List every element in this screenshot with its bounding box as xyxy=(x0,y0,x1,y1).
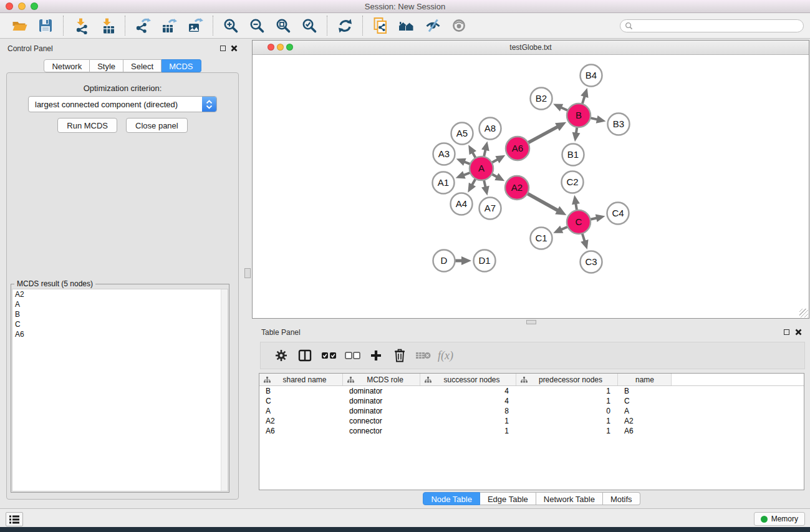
graph-node-C1[interactable]: C1 xyxy=(531,228,552,249)
tab-edge-table[interactable]: Edge Table xyxy=(480,492,536,505)
graph-node-B2[interactable]: B2 xyxy=(531,88,552,110)
horizontal-divider-grip[interactable] xyxy=(526,320,536,324)
float-table-panel-icon[interactable] xyxy=(784,329,789,335)
table-row[interactable]: Bdominator41B xyxy=(259,386,804,396)
graph-node-B1[interactable]: B1 xyxy=(562,144,584,166)
show-column-button[interactable] xyxy=(293,344,317,367)
memory-label: Memory xyxy=(771,515,798,523)
search-field[interactable] xyxy=(620,19,804,32)
hide-panels-button[interactable] xyxy=(420,14,446,37)
result-item[interactable]: A6 xyxy=(12,329,228,339)
new-network-from-selection-button[interactable] xyxy=(367,14,393,37)
task-history-button[interactable] xyxy=(6,512,23,526)
edge-A2-C[interactable] xyxy=(526,193,558,210)
network-graph[interactable]: B4B2BB3A5A8A6B1A3AC2A1A2A4A7C4CC1C3DD1 xyxy=(253,55,809,318)
close-table-panel-icon[interactable] xyxy=(795,329,802,336)
result-item[interactable]: B xyxy=(12,309,228,319)
search-input[interactable] xyxy=(633,21,803,31)
tab-motifs[interactable]: Motifs xyxy=(603,492,640,505)
graph-node-A8[interactable]: A8 xyxy=(480,118,501,140)
graph-node-B[interactable]: B xyxy=(567,104,591,127)
zoom-selected-button[interactable] xyxy=(296,14,322,37)
table-row[interactable]: A2connector11A2 xyxy=(259,416,804,426)
node-table[interactable]: shared nameMCDS rolesuccessor nodesprede… xyxy=(259,373,804,490)
optimization-select[interactable]: largest connected component (directed) xyxy=(28,96,217,112)
select-all-columns-button[interactable] xyxy=(317,344,340,367)
function-builder-button[interactable]: f(x) xyxy=(438,349,453,362)
zoom-fit-button[interactable] xyxy=(270,14,296,37)
resize-grip-icon[interactable] xyxy=(799,309,808,317)
graph-node-C3[interactable]: C3 xyxy=(581,251,602,273)
graph-node-C2[interactable]: C2 xyxy=(562,172,584,193)
graph-node-A3[interactable]: A3 xyxy=(433,143,455,165)
delete-column-button[interactable] xyxy=(388,344,412,367)
show-all-networks-button[interactable] xyxy=(393,14,420,37)
node-label: A4 xyxy=(456,198,467,209)
tab-network[interactable]: Network xyxy=(44,59,90,72)
run-mcds-button[interactable]: Run MCDS xyxy=(57,118,117,133)
memory-button[interactable]: Memory xyxy=(754,512,805,526)
show-panels-button[interactable] xyxy=(446,14,472,37)
graph-node-A5[interactable]: A5 xyxy=(451,123,473,145)
graph-node-A4[interactable]: A4 xyxy=(451,193,473,215)
node-label: A8 xyxy=(485,123,496,133)
import-table-button[interactable] xyxy=(94,14,120,37)
tab-select[interactable]: Select xyxy=(123,59,162,72)
table-cell: 1 xyxy=(420,417,516,425)
export-network-button[interactable] xyxy=(130,14,156,37)
graph-node-A2[interactable]: A2 xyxy=(505,176,529,200)
column-header-successor-nodes[interactable]: successor nodes xyxy=(420,374,516,385)
session-title: Session: New Session xyxy=(0,2,810,11)
network-canvas[interactable]: B4B2BB3A5A8A6B1A3AC2A1A2A4A7C4CC1C3DD1 xyxy=(253,55,809,318)
column-header-predecessor-nodes[interactable]: predecessor nodes xyxy=(516,374,618,385)
mcds-result-list[interactable]: A2ABCA6 xyxy=(12,289,228,491)
close-panel-button[interactable]: Close panel xyxy=(126,118,188,133)
result-item[interactable]: A2 xyxy=(12,289,228,299)
table-row[interactable]: A6connector11A6 xyxy=(259,426,804,436)
graph-node-C4[interactable]: C4 xyxy=(607,203,629,225)
main-toolbar xyxy=(0,13,810,39)
eye-icon xyxy=(451,17,467,34)
node-label: C1 xyxy=(535,233,547,243)
tab-style[interactable]: Style xyxy=(90,59,123,72)
open-session-button[interactable] xyxy=(6,14,32,37)
export-table-button[interactable] xyxy=(156,14,182,37)
column-header-shared-name[interactable]: shared name xyxy=(259,374,343,385)
graph-node-A[interactable]: A xyxy=(470,157,493,180)
float-panel-icon[interactable] xyxy=(220,46,226,51)
save-session-button[interactable] xyxy=(32,14,59,37)
add-column-button[interactable] xyxy=(364,344,388,367)
table-row[interactable]: Adominator80A xyxy=(259,406,804,416)
tab-node-table[interactable]: Node Table xyxy=(423,492,480,505)
graph-node-B3[interactable]: B3 xyxy=(608,114,630,135)
result-item[interactable]: A xyxy=(12,299,228,309)
table-row[interactable]: Cdominator41C xyxy=(259,396,804,406)
graph-node-B4[interactable]: B4 xyxy=(581,65,602,87)
graph-node-A1[interactable]: A1 xyxy=(433,172,455,194)
result-list-scrollbar[interactable] xyxy=(221,289,228,491)
unselect-all-columns-button[interactable] xyxy=(340,344,364,367)
import-network-button[interactable] xyxy=(68,14,94,37)
node-label: D1 xyxy=(478,255,490,266)
network-window-titlebar[interactable]: testGlobe.txt xyxy=(253,41,809,55)
result-item[interactable]: C xyxy=(12,319,228,329)
graph-node-C[interactable]: C xyxy=(567,210,591,234)
tab-mcds[interactable]: MCDS xyxy=(162,59,201,72)
list-icon xyxy=(9,515,19,524)
table-options-button[interactable] xyxy=(269,344,293,367)
apply-layout-button[interactable] xyxy=(332,14,358,37)
graph-node-D1[interactable]: D1 xyxy=(474,250,496,272)
tab-network-table[interactable]: Network Table xyxy=(536,492,603,505)
edge-A6-B[interactable] xyxy=(527,127,557,143)
delete-table-button[interactable] xyxy=(412,344,435,367)
zoom-out-button[interactable] xyxy=(244,14,270,37)
graph-node-A7[interactable]: A7 xyxy=(480,198,501,220)
zoom-in-button[interactable] xyxy=(218,14,244,37)
graph-node-D[interactable]: D xyxy=(433,250,455,272)
close-panel-icon[interactable] xyxy=(231,45,238,52)
column-header-name[interactable]: name xyxy=(618,374,672,385)
vertical-divider-grip[interactable] xyxy=(244,268,251,278)
column-header-mcds-role[interactable]: MCDS role xyxy=(343,374,420,385)
graph-node-A6[interactable]: A6 xyxy=(506,137,529,160)
export-image-button[interactable] xyxy=(182,14,208,37)
